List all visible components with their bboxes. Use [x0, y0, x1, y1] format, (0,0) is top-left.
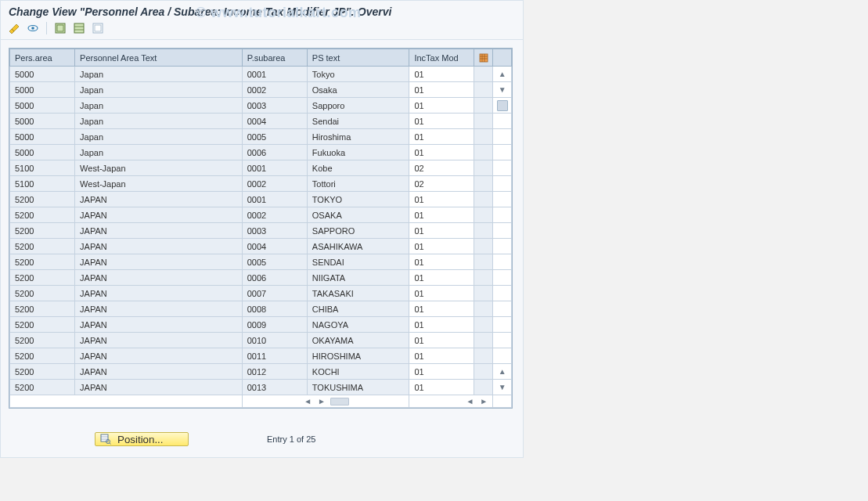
- row-selector[interactable]: [474, 239, 493, 254]
- vscroll-down-icon[interactable]: ▼: [493, 85, 511, 96]
- table-row[interactable]: 5200JAPAN0008CHIBA01: [10, 301, 512, 317]
- table-row[interactable]: 5000Japan0003Sapporo01: [10, 98, 512, 114]
- vscroll-up2-icon[interactable]: ▲: [493, 366, 511, 377]
- cell-ps-text: ASAHIKAWA: [307, 239, 409, 254]
- table-row[interactable]: 5000Japan0005Hiroshima01: [10, 129, 512, 145]
- cell-inctax-mod[interactable]: 01: [409, 67, 474, 82]
- table-row[interactable]: 5200JAPAN0001TOKYO01: [10, 192, 512, 207]
- cell-ps-text: NIIGATA: [307, 270, 409, 286]
- cell-inctax-mod[interactable]: 01: [409, 239, 474, 254]
- table-row[interactable]: 5200JAPAN0005SENDAI01: [10, 254, 512, 270]
- other-view-icon[interactable]: [26, 22, 40, 34]
- vscroll-up-icon[interactable]: ▲: [493, 69, 511, 80]
- vscroll-cell: [493, 145, 512, 160]
- cell-inctax-mod[interactable]: 01: [409, 270, 474, 286]
- col-header-ps-text[interactable]: PS text: [307, 49, 409, 67]
- table-row[interactable]: 5200JAPAN0012KOCHI01▲: [10, 364, 512, 380]
- cell-inctax-mod[interactable]: 01: [409, 301, 474, 317]
- hscroll-left-icon[interactable]: ◄: [302, 397, 313, 405]
- cell-inctax-mod[interactable]: 01: [409, 129, 474, 145]
- cell-inctax-mod[interactable]: 01: [409, 223, 474, 239]
- row-selector[interactable]: [474, 317, 493, 333]
- cell-inctax-mod[interactable]: 01: [409, 348, 474, 364]
- row-selector[interactable]: [474, 98, 493, 114]
- select-block-icon[interactable]: [72, 22, 86, 34]
- table-row[interactable]: 5000Japan0004Sendai01: [10, 114, 512, 129]
- cell-inctax-mod[interactable]: 02: [409, 176, 474, 192]
- cell-pers-area: 5000: [10, 145, 75, 160]
- table-row[interactable]: 5200JAPAN0010OKAYAMA01: [10, 333, 512, 348]
- table-row[interactable]: 5000Japan0001Tokyo01▲: [10, 67, 512, 82]
- col-header-pers-area-text[interactable]: Personnel Area Text: [75, 49, 243, 67]
- row-selector[interactable]: [474, 129, 493, 145]
- row-selector[interactable]: [474, 145, 493, 160]
- cell-inctax-mod[interactable]: 01: [409, 254, 474, 270]
- cell-inctax-mod[interactable]: 01: [409, 286, 474, 301]
- cell-p-subarea: 0002: [242, 176, 307, 192]
- row-selector[interactable]: [474, 176, 493, 192]
- table-row[interactable]: 5200JAPAN0009NAGOYA01: [10, 317, 512, 333]
- cell-ps-text: KOCHI: [307, 364, 409, 380]
- table-header-row: Pers.area Personnel Area Text P.subarea …: [10, 49, 512, 67]
- cell-pers-area: 5000: [10, 67, 75, 82]
- row-selector[interactable]: [474, 348, 493, 364]
- table-row[interactable]: 5200JAPAN0013TOKUSHIMA01▼: [10, 380, 512, 395]
- cell-pers-area: 5100: [10, 176, 75, 192]
- vscroll-down2-icon[interactable]: ▼: [493, 382, 511, 393]
- vscroll-cell: ▲: [493, 67, 512, 82]
- vscroll-cell: [493, 207, 512, 223]
- cell-inctax-mod[interactable]: 02: [409, 160, 474, 176]
- col-header-p-subarea[interactable]: P.subarea: [242, 49, 307, 67]
- cell-p-subarea: 0009: [242, 317, 307, 333]
- row-selector[interactable]: [474, 114, 493, 129]
- table-row[interactable]: 5200JAPAN0007TAKASAKI01: [10, 286, 512, 301]
- row-selector[interactable]: [474, 160, 493, 176]
- cell-inctax-mod[interactable]: 01: [409, 207, 474, 223]
- table-row[interactable]: 5000Japan0006Fukuoka01: [10, 145, 512, 160]
- table-row[interactable]: 5200JAPAN0006NIIGATA01: [10, 270, 512, 286]
- cell-pers-area-text: JAPAN: [75, 192, 243, 207]
- col-header-inctax-mod[interactable]: IncTax Mod: [409, 49, 474, 67]
- row-selector[interactable]: [474, 192, 493, 207]
- cell-inctax-mod[interactable]: 01: [409, 317, 474, 333]
- cell-inctax-mod[interactable]: 01: [409, 364, 474, 380]
- table-row[interactable]: 5000Japan0002Osaka01▼: [10, 82, 512, 98]
- table-row[interactable]: 5100West-Japan0001Kobe02: [10, 160, 512, 176]
- deselect-all-icon[interactable]: [91, 22, 105, 34]
- hscroll-track[interactable]: [330, 398, 349, 405]
- hscroll2-right-icon[interactable]: ►: [478, 397, 489, 405]
- table-settings-button[interactable]: [474, 49, 493, 67]
- row-selector[interactable]: [474, 301, 493, 317]
- cell-pers-area: 5000: [10, 129, 75, 145]
- table-row[interactable]: 5200JAPAN0004ASAHIKAWA01: [10, 239, 512, 254]
- cell-inctax-mod[interactable]: 01: [409, 145, 474, 160]
- row-selector[interactable]: [474, 67, 493, 82]
- cell-inctax-mod[interactable]: 01: [409, 82, 474, 98]
- cell-pers-area-text: Japan: [75, 129, 243, 145]
- cell-inctax-mod[interactable]: 01: [409, 98, 474, 114]
- hscroll2-left-icon[interactable]: ◄: [464, 397, 475, 405]
- row-selector[interactable]: [474, 223, 493, 239]
- row-selector[interactable]: [474, 82, 493, 98]
- row-selector[interactable]: [474, 364, 493, 380]
- col-header-pers-area[interactable]: Pers.area: [10, 49, 75, 67]
- table-row[interactable]: 5200JAPAN0003SAPPORO01: [10, 223, 512, 239]
- cell-inctax-mod[interactable]: 01: [409, 380, 474, 395]
- cell-inctax-mod[interactable]: 01: [409, 114, 474, 129]
- row-selector[interactable]: [474, 333, 493, 348]
- table-row[interactable]: 5100West-Japan0002Tottori02: [10, 176, 512, 192]
- row-selector[interactable]: [474, 286, 493, 301]
- position-button[interactable]: Position...: [95, 432, 189, 446]
- hscroll-right-icon[interactable]: ►: [316, 397, 327, 405]
- vscroll-thumb[interactable]: [497, 100, 508, 111]
- row-selector[interactable]: [474, 207, 493, 223]
- row-selector[interactable]: [474, 270, 493, 286]
- row-selector[interactable]: [474, 380, 493, 395]
- table-row[interactable]: 5200JAPAN0002OSAKA01: [10, 207, 512, 223]
- select-all-icon[interactable]: [53, 22, 67, 34]
- row-selector[interactable]: [474, 254, 493, 270]
- cell-inctax-mod[interactable]: 01: [409, 333, 474, 348]
- change-display-icon[interactable]: [7, 22, 21, 34]
- table-row[interactable]: 5200JAPAN0011HIROSHIMA01: [10, 348, 512, 364]
- cell-inctax-mod[interactable]: 01: [409, 192, 474, 207]
